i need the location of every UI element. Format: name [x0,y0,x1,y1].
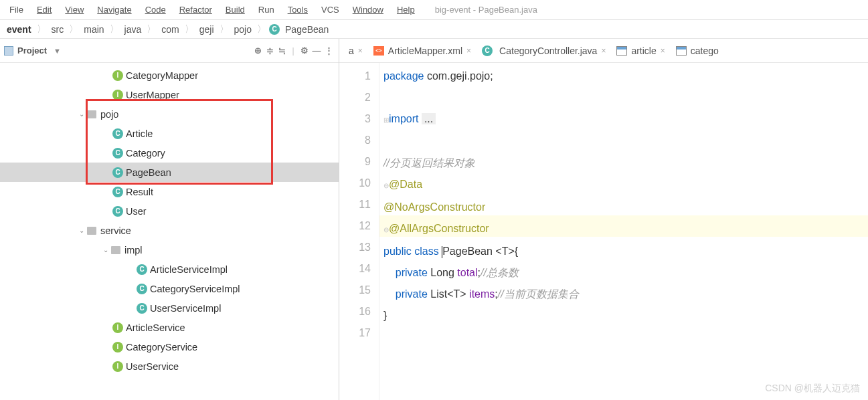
tree-item-userserviceimpl[interactable]: CUserServiceImpl [0,298,339,318]
tree-label: Category [126,148,165,159]
line-number[interactable]: 15 [339,280,371,301]
project-label[interactable]: Project [17,45,47,56]
menu-build[interactable]: Build [219,2,252,17]
tree-item-articleserviceimpl[interactable]: CArticleServiceImpl [0,260,339,279]
tree-label: ArticleService [126,322,185,333]
class-icon: C [112,206,123,217]
close-icon[interactable]: × [661,46,665,56]
crumb-src[interactable]: src [49,23,67,36]
crumb-pojo[interactable]: pojo [232,23,254,36]
line-number[interactable]: 2 [339,87,371,108]
iface-icon: I [112,342,123,353]
tree-item-category[interactable]: CCategory [0,143,339,163]
tab-partial[interactable]: a× [343,43,368,59]
class-icon: C [112,167,123,178]
line-number[interactable]: 10 [339,173,371,194]
line-number[interactable]: 12 [339,215,371,237]
collapse-all-icon[interactable]: ≒ [276,45,288,57]
crumb-com[interactable]: com [159,23,181,36]
tab-catego-table[interactable]: catego [671,43,724,59]
tree-item-categoryserviceimpl[interactable]: CCategoryServiceImpl [0,279,339,298]
tab-article-table[interactable]: article× [611,43,670,59]
close-icon[interactable]: × [358,46,363,56]
crumb-java[interactable]: java [122,23,145,36]
tree-item-pojo[interactable]: ⌄pojo [0,104,339,124]
tree-item-impl[interactable]: ⌄impl [0,240,339,260]
folder-icon [87,227,96,235]
line-number[interactable]: 11 [339,194,371,215]
tab-categorycontroller[interactable]: CCategoryController.java× [476,43,611,59]
tree-label: pojo [100,109,118,120]
line-number[interactable]: 9 [339,151,371,173]
chevron-icon[interactable]: ⌄ [100,246,111,254]
gutter[interactable]: 123891011121314151617 [339,63,379,400]
iface-icon: I [112,90,123,100]
tree-item-userservice[interactable]: IUserService [0,357,339,376]
iface-icon: I [112,361,123,372]
tree-item-articleservice[interactable]: IArticleService [0,318,339,337]
class-icon: C [112,128,123,139]
tree-item-article[interactable]: CArticle [0,124,339,143]
close-icon[interactable]: × [601,46,606,56]
tree-label: UserServiceImpl [150,303,221,314]
project-icon [4,46,13,56]
tree-item-pagebean[interactable]: CPageBean [0,163,339,182]
menu-file[interactable]: File [3,2,30,17]
code-editor[interactable]: package com.geji.pojo; ⊞import ... //分页返… [379,63,868,400]
line-number[interactable]: 17 [339,322,371,344]
line-number[interactable]: 13 [339,237,371,258]
tree-item-usermapper[interactable]: IUserMapper [0,85,339,104]
menu-refactor[interactable]: Refactor [173,2,219,17]
menu-help[interactable]: Help [390,2,422,17]
table-icon [676,46,687,56]
menu-edit[interactable]: Edit [30,2,58,17]
tree-label: service [100,225,131,236]
tree-label: ArticleServiceImpl [150,264,228,275]
chevron-icon[interactable]: ⌄ [76,110,87,118]
tree-label: CategoryService [126,342,197,353]
minimize-icon[interactable]: — [311,45,323,57]
tree-item-categoryservice[interactable]: ICategoryService [0,337,339,357]
table-icon [616,46,627,56]
tree-label: impl [124,245,143,256]
breadcrumb: event〉 src〉 main〉 java〉 com〉 geji〉 pojo〉… [0,20,868,39]
tree-item-service[interactable]: ⌄service [0,221,339,240]
line-number[interactable]: 8 [339,130,371,151]
tree-label: Article [126,128,153,139]
menu-tools[interactable]: Tools [281,2,315,17]
menu-view[interactable]: View [58,2,90,17]
line-number[interactable]: 16 [339,301,371,322]
project-tool-window: Project ▼ ⊕ ≑ ≒ | ⚙ — ⋮ ICategoryMapperI… [0,39,339,400]
line-number[interactable]: 1 [339,66,371,87]
tree-item-categorymapper[interactable]: ICategoryMapper [0,66,339,85]
tree-label: Result [126,187,153,197]
tree-label: User [126,206,147,217]
menu-vcs[interactable]: VCS [315,2,346,17]
line-number[interactable]: 3 [339,108,371,130]
chevron-icon[interactable]: ⌄ [76,227,87,234]
expand-all-icon[interactable]: ≑ [264,45,276,57]
crumb-class[interactable]: PageBean [282,23,331,36]
iface-icon: I [112,70,123,81]
hide-icon[interactable]: ⋮ [323,45,335,57]
crumb-project[interactable]: event [4,23,34,36]
tree-label: CategoryServiceImpl [150,284,240,294]
locate-icon[interactable]: ⊕ [252,45,264,57]
close-icon[interactable]: × [466,46,471,56]
menu-bar: File Edit View Navigate Code Refactor Bu… [0,0,868,20]
project-tree[interactable]: ICategoryMapperIUserMapper⌄pojoCArticleC… [0,63,339,379]
gear-icon[interactable]: ⚙ [298,45,311,57]
folder-icon [87,110,96,118]
crumb-main[interactable]: main [81,23,106,36]
chevron-down-icon[interactable]: ▼ [54,47,61,55]
folder-icon [111,246,120,254]
menu-run[interactable]: Run [252,2,281,17]
line-number[interactable]: 14 [339,258,371,280]
crumb-geji[interactable]: geji [197,23,217,36]
menu-code[interactable]: Code [139,2,173,17]
tab-articlemapper[interactable]: <>ArticleMapper.xml× [368,43,476,59]
tree-item-result[interactable]: CResult [0,182,339,201]
menu-window[interactable]: Window [346,2,390,17]
menu-navigate[interactable]: Navigate [90,2,138,17]
tree-item-user[interactable]: CUser [0,201,339,221]
